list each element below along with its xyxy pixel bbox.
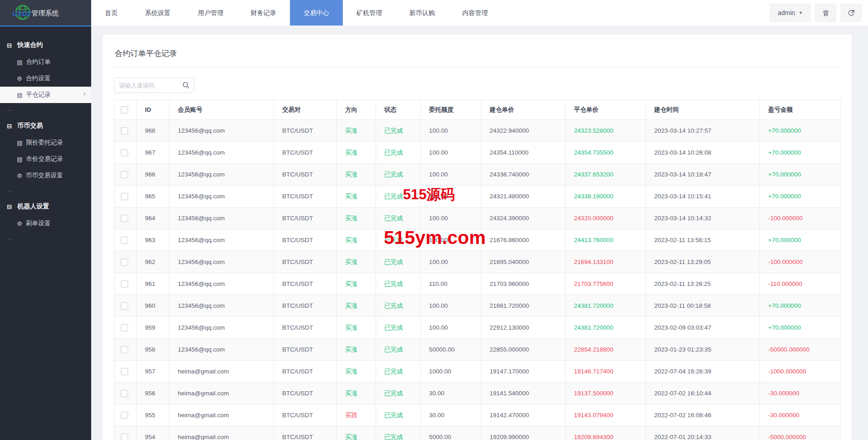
sidebar-item-合约设置[interactable]: ⚙合约设置	[0, 70, 91, 87]
row-checkbox[interactable]	[121, 171, 128, 178]
sidebar-group-机器人设置[interactable]: ⊟机器人设置	[0, 198, 91, 215]
sidebar-item-平仓记录[interactable]: ▤平仓记录›	[0, 87, 91, 103]
cell-amount: 100.00	[421, 251, 481, 273]
cell-id: 965	[137, 186, 170, 207]
nav-tab-系统设置[interactable]: 系统设置	[131, 0, 184, 26]
logout-button[interactable]	[841, 4, 862, 22]
nav-tab-矿机管理[interactable]: 矿机管理	[343, 0, 396, 26]
cell-pair: BTC/USDT	[274, 273, 337, 295]
cell-open-time: 2022-07-01 20:14:33	[646, 426, 760, 440]
cell-status: 已完成	[376, 404, 421, 426]
row-checkbox[interactable]	[121, 127, 128, 135]
row-checkbox[interactable]	[121, 237, 128, 244]
table-row: 967123456@qq.comBTC/USDT买涨已完成100.0024354…	[114, 142, 841, 164]
clear-cache-button[interactable]	[815, 4, 836, 22]
cell-open-price: 21695.040000	[481, 251, 566, 273]
nav-tab-交易中心[interactable]: 交易中心	[290, 0, 343, 26]
logout-icon	[847, 9, 855, 17]
cell-close-price: 24381.720000	[566, 317, 646, 339]
cell-direction: 买涨	[337, 426, 376, 440]
cell-pnl: +70.000000	[760, 317, 841, 339]
row-checkbox[interactable]	[121, 324, 128, 331]
row-checkbox[interactable]	[121, 259, 128, 266]
row-checkbox[interactable]	[121, 412, 128, 419]
cell-direction: 买涨	[337, 317, 376, 339]
table-row: 959123456@qq.comBTC/USDT买涨已完成100.0022912…	[114, 317, 841, 339]
search-icon[interactable]	[182, 81, 190, 89]
table-row: 960123456@qq.comBTC/USDT买涨已完成100.0021661…	[114, 295, 841, 317]
row-select-cell	[114, 295, 137, 317]
top-nav: 首页系统设置用户管理财务记录交易中心矿机管理新币认购内容管理	[91, 0, 501, 26]
cell-open-time: 2023-03-14 10:27:57	[646, 120, 760, 142]
nav-tab-首页[interactable]: 首页	[91, 0, 131, 26]
cell-id: 961	[137, 273, 170, 295]
cell-account: heima@gmail.com	[170, 426, 274, 440]
cell-account: 123456@qq.com	[170, 317, 274, 339]
cell-open-time: 2022-07-02 16:10:44	[646, 383, 760, 404]
cell-close-price: 21703.775600	[566, 273, 646, 295]
cell-id: 964	[137, 207, 170, 229]
nav-tab-内容管理[interactable]: 内容管理	[449, 0, 501, 26]
collapse-icon: ⊟	[7, 42, 12, 49]
record-card: 合约订单平仓记录	[103, 35, 852, 440]
cell-amount: 50000.00	[421, 339, 481, 361]
cell-open-time: 2023-02-11 13:29:05	[646, 251, 760, 273]
sidebar-group-快速合约[interactable]: ⊟快速合约	[0, 36, 91, 54]
table-row: 955heima@gmail.comBTC/USDT买跌已完成30.001914…	[114, 404, 841, 426]
select-all-checkbox[interactable]	[121, 106, 128, 114]
row-checkbox[interactable]	[121, 215, 128, 222]
cell-direction: 买涨	[337, 361, 376, 383]
cell-id: 959	[137, 317, 170, 339]
trash-icon	[822, 9, 830, 17]
row-checkbox[interactable]	[121, 149, 128, 156]
row-select-cell	[114, 186, 137, 207]
sidebar-item-市价交易记录[interactable]: ▤市价交易记录	[0, 151, 91, 167]
gear-icon: ⚙	[17, 75, 22, 82]
row-checkbox[interactable]	[121, 302, 128, 310]
cell-open-price: 24321.480000	[481, 186, 566, 207]
sidebar-item-合约订单[interactable]: ▤合约订单	[0, 54, 91, 70]
sidebar-item-限价委托记录[interactable]: ▤限价委托记录	[0, 135, 91, 151]
column-header-建仓单价: 建仓单价	[481, 100, 566, 120]
cell-account: 123456@qq.com	[170, 120, 274, 142]
sidebar-item-刷单设置[interactable]: ⚙刷单设置	[0, 215, 91, 232]
row-select-cell	[114, 426, 137, 440]
table-header-row: ID会员账号交易对方向状态委托额度建仓单价平仓单价建仓时间盈亏金额	[114, 100, 841, 120]
cell-open-price: 24322.940000	[481, 120, 566, 142]
cell-direction: 买跌	[337, 404, 376, 426]
nav-tab-财务记录[interactable]: 财务记录	[237, 0, 290, 26]
user-dropdown[interactable]: admin ▼	[770, 4, 811, 22]
cell-pnl: -110.000000	[760, 273, 841, 295]
row-select-cell	[114, 142, 137, 164]
nav-tab-用户管理[interactable]: 用户管理	[184, 0, 237, 26]
row-checkbox[interactable]	[121, 346, 128, 353]
cell-open-time: 2022-07-02 16:08:46	[646, 404, 760, 426]
sidebar-item-币币交易设置[interactable]: ⚙币币交易设置	[0, 167, 91, 184]
cell-open-price: 24354.110000	[481, 142, 566, 164]
cell-open-time: 2023-02-11 00:18:58	[646, 295, 760, 317]
column-header-会员账号: 会员账号	[170, 100, 274, 120]
list-icon: ▤	[17, 156, 22, 163]
table-row: 956heima@gmail.comBTC/USDT买涨已完成30.001914…	[114, 383, 841, 404]
cell-account: heima@gmail.com	[170, 383, 274, 404]
cell-pair: BTC/USDT	[274, 251, 337, 273]
cell-pnl: -50000.000000	[760, 339, 841, 361]
cell-amount: 100.00	[421, 295, 481, 317]
row-checkbox[interactable]	[121, 434, 128, 440]
cell-status: 已完成	[376, 339, 421, 361]
nav-tab-新币认购[interactable]: 新币认购	[396, 0, 449, 26]
cell-open-time: 2023-02-11 13:26:25	[646, 273, 760, 295]
row-checkbox[interactable]	[121, 193, 128, 200]
cell-id: 956	[137, 383, 170, 404]
row-checkbox[interactable]	[121, 280, 128, 288]
cell-amount: 100.00	[421, 164, 481, 186]
cell-open-time: 2023-01-23 01:23:35	[646, 339, 760, 361]
top-bar: USDZ 管理系统 首页系统设置用户管理财务记录交易中心矿机管理新币认购内容管理…	[0, 0, 868, 26]
row-checkbox[interactable]	[121, 390, 128, 397]
collapse-icon: ⊟	[7, 123, 12, 129]
cell-status: 已完成	[376, 207, 421, 229]
cell-amount: 30.00	[421, 383, 481, 404]
page-title: 合约订单平仓记录	[114, 45, 841, 67]
sidebar-group-币币交易[interactable]: ⊟币币交易	[0, 117, 91, 135]
row-checkbox[interactable]	[121, 368, 128, 375]
